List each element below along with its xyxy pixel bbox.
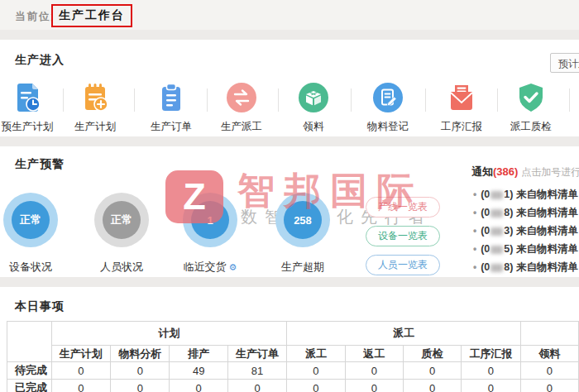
cell-value[interactable]: 49 — [170, 362, 227, 380]
entry-item-label: 生产订单 — [138, 120, 204, 134]
entry-item-label: 生产派工 — [208, 120, 275, 134]
entry-item-label: 生产计划 — [62, 120, 128, 134]
row-label-pending: 待完成 — [7, 362, 52, 380]
cell-value[interactable]: 0 — [227, 380, 286, 392]
entry-item-production-plan[interactable]: 生产计划 — [62, 81, 128, 134]
col-header: 返工 — [345, 346, 403, 362]
status-circle: 正常 — [3, 193, 58, 247]
clipboard-icon — [155, 81, 188, 114]
status-circle: 1 — [183, 193, 237, 247]
production-line-list-button[interactable]: 产线一览表 — [366, 197, 440, 218]
breadcrumb-current-page: 生产工作台 — [51, 4, 132, 27]
gauge-label: 人员状况 — [84, 260, 160, 275]
personnel-list-button[interactable]: 人员一览表 — [366, 255, 440, 275]
gauge-label: 生产超期 — [265, 260, 341, 275]
pre-plan-button[interactable]: 预计划 — [550, 53, 579, 73]
cell-value[interactable]: 0 — [51, 380, 110, 392]
bullet-icon: • — [473, 225, 476, 237]
gauge-production-overdue[interactable]: 258 生产超期 — [265, 193, 341, 275]
notifications-title: 通知 — [471, 165, 493, 178]
status-circle: 正常 — [94, 193, 149, 247]
entry-item-label: 派工质检 — [498, 120, 564, 134]
gauge-equipment-status[interactable]: 正常 设备状况 — [0, 193, 69, 275]
document-clock-icon — [11, 81, 44, 114]
cell-value[interactable]: 0 — [403, 380, 461, 392]
notification-item[interactable]: •(08) 来自物料清单：Su — [473, 261, 579, 275]
group-header-dispatch: 派工 — [287, 322, 520, 346]
cell-value[interactable]: 0 — [462, 380, 520, 392]
col-header: 派工 — [287, 346, 345, 362]
entry-item-production-dispatch[interactable]: 生产派工 — [208, 81, 275, 134]
shield-check-icon — [514, 81, 548, 114]
status-circle: 258 — [275, 193, 330, 247]
document-edit-icon — [371, 81, 404, 114]
section-divider — [0, 30, 579, 40]
gauge-label: 设备状况 — [0, 260, 69, 275]
gauge-label: 临近交货⚙ — [172, 260, 248, 275]
entry-item-material-requisition[interactable]: 领料 — [280, 81, 347, 134]
cell-value[interactable]: 0 — [403, 362, 461, 380]
notifications-header: 通知(386)点击加号进行通知 — [471, 165, 579, 179]
divider — [351, 88, 352, 112]
equipment-list-button[interactable]: 设备一览表 — [366, 226, 440, 246]
entry-item-pre-production-plan[interactable]: 预生产计划 — [0, 81, 60, 134]
section-divider — [0, 277, 579, 287]
col-header: 领料 — [520, 346, 578, 362]
today-items-table: 计划 派工 生产计划 物料分析 排产 生产订单 派工 返工 质检 工序汇报 领料… — [7, 321, 579, 392]
bullet-icon: • — [473, 189, 476, 200]
col-header: 质检 — [403, 346, 461, 362]
today-items-title: 本日事项 — [15, 299, 65, 314]
group-header-plan: 计划 — [51, 322, 287, 346]
cell-value[interactable]: 0 — [170, 380, 227, 392]
production-workbench-page: 当前位置： 生产工作台 生产进入 预计划 预生产计划 — [0, 0, 579, 392]
entry-item-label: 领料 — [280, 120, 347, 134]
cell-value[interactable]: 0 — [345, 362, 403, 380]
gauge-near-delivery[interactable]: 1 临近交货⚙ — [172, 193, 248, 275]
entry-item-dispatch-qc[interactable]: 派工质检 — [498, 81, 564, 134]
notification-item[interactable]: •(05) 来自物料清单：1/ — [473, 242, 579, 256]
redacted-text — [490, 246, 503, 254]
gear-icon[interactable]: ⚙ — [229, 262, 237, 272]
col-header: 生产计划 — [51, 346, 110, 362]
cell-value[interactable]: 0 — [51, 362, 110, 380]
group-header-material — [520, 322, 578, 346]
cell-value[interactable]: 0 — [520, 362, 578, 380]
cell-value[interactable]: 0 — [520, 380, 578, 392]
col-header: 排产 — [170, 346, 227, 362]
production-warning-title: 生产预警 — [15, 157, 65, 172]
material-box-icon — [297, 81, 330, 114]
redacted-text — [490, 264, 503, 272]
entry-item-process-report[interactable]: 工序汇报 — [428, 81, 495, 134]
table-row: 已完成 0 0 0 0 0 0 0 0 0 — [7, 380, 579, 392]
entry-item-label: 物料登记 — [355, 120, 421, 134]
row-label-completed: 已完成 — [7, 380, 52, 392]
notification-item[interactable]: •(01) 来自物料清单：飞 — [473, 188, 579, 202]
table-corner-cell — [7, 322, 52, 362]
notification-item[interactable]: •(03) 来自物料清单：55 — [473, 224, 579, 238]
cell-value: 81 — [227, 362, 286, 380]
envelope-report-icon — [445, 81, 478, 114]
redacted-text — [490, 209, 503, 218]
entry-item-material-register[interactable]: 物料登记 — [355, 81, 421, 134]
cell-value[interactable]: 0 — [111, 362, 170, 380]
cell-value[interactable]: 0 — [287, 380, 345, 392]
bullet-icon: • — [473, 243, 476, 255]
entry-item-label: 工序汇报 — [428, 120, 495, 134]
notification-item[interactable]: •(08) 来自物料清单：55 — [473, 206, 579, 220]
notifications-count: (386) — [493, 165, 518, 178]
cell-value[interactable]: 0 — [462, 362, 520, 380]
table-row: 待完成 0 0 49 81 0 0 0 0 0 — [7, 362, 579, 380]
redacted-text — [490, 227, 503, 236]
notebook-plus-icon — [79, 81, 112, 114]
cell-value[interactable]: 0 — [287, 362, 345, 380]
redacted-text — [490, 191, 503, 199]
bullet-icon: • — [473, 261, 476, 273]
divider — [569, 88, 570, 112]
cell-value[interactable]: 0 — [345, 380, 403, 392]
breadcrumb-bar: 当前位置： 生产工作台 — [0, 0, 579, 30]
cell-value[interactable]: 0 — [111, 380, 170, 392]
notifications-panel: 通知(386)点击加号进行通知 •(01) 来自物料清单：飞 •(08) 来自物… — [471, 165, 579, 179]
divider — [134, 88, 135, 112]
entry-item-production-order[interactable]: 生产订单 — [138, 81, 204, 134]
gauge-personnel-status[interactable]: 正常 人员状况 — [84, 193, 160, 275]
